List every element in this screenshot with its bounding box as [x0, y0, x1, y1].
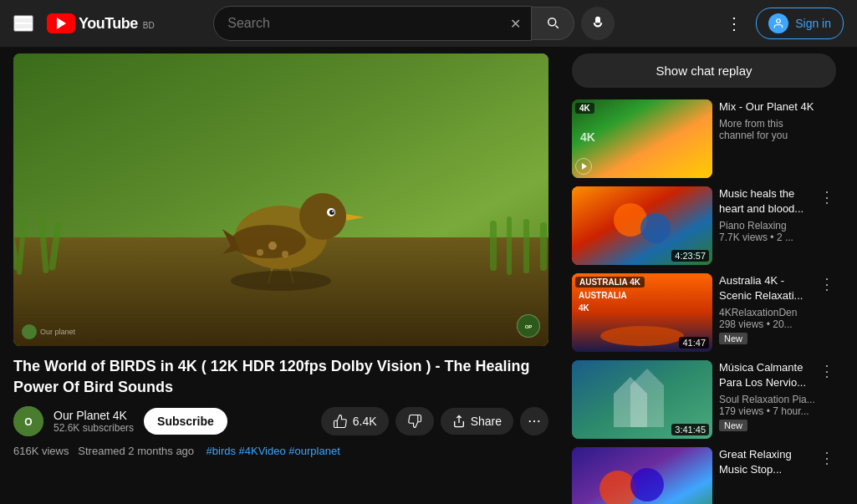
- svg-text:OP: OP: [525, 324, 533, 329]
- like-button[interactable]: 6.4K: [321, 407, 389, 435]
- video-card-item[interactable]: Great Relaxing Music Stop... ⋮: [572, 447, 836, 504]
- channel-details: Our Planet 4K 52.6K subscribers: [54, 409, 134, 434]
- card-more-button[interactable]: ⋮: [818, 447, 836, 469]
- card-thumb-img: [572, 447, 712, 504]
- card-stats: 7.7K views • 2 ...: [719, 232, 819, 243]
- view-count: 616K views: [13, 445, 69, 457]
- svg-point-39: [600, 326, 684, 346]
- channel-name[interactable]: Our Planet 4K: [54, 409, 134, 422]
- svg-text:AUSTRALIA: AUSTRALIA: [579, 291, 627, 300]
- yt-logo-icon: [47, 13, 75, 33]
- share-button[interactable]: Share: [441, 408, 513, 435]
- header-left: YouTube BD: [13, 13, 155, 33]
- card-title: Música Calmante Para Los Nervio...: [719, 360, 819, 390]
- video-player[interactable]: Our planet OP: [13, 53, 548, 346]
- svg-point-45: [630, 468, 664, 501]
- hamburger-menu[interactable]: [13, 15, 33, 32]
- card-thumb-img: 4K 4K: [572, 99, 712, 178]
- card-thumb-label: 4K: [575, 103, 594, 114]
- video-card-item[interactable]: 3:41:45 Música Calmante Para Los Nervio.…: [572, 360, 836, 439]
- channel-row: O Our Planet 4K 52.6K subscribers Subscr…: [13, 406, 548, 436]
- show-chat-replay-button[interactable]: Show chat replay: [572, 53, 836, 88]
- more-horiz-icon: [527, 414, 542, 429]
- card-duration: 4:23:57: [671, 250, 709, 262]
- video-thumbnail: Our planet OP: [13, 53, 548, 346]
- card-title: Mix - Our Planet 4K: [719, 99, 819, 115]
- video-section: Our planet OP The World of BIRDS in 4K (…: [0, 47, 562, 504]
- search-icon: [545, 15, 560, 30]
- svg-point-35: [640, 213, 671, 243]
- svg-text:4K: 4K: [580, 130, 595, 144]
- svg-point-16: [231, 225, 306, 258]
- svg-rect-7: [507, 216, 512, 275]
- more-actions-button[interactable]: [520, 407, 548, 435]
- card-channel: Piano Relaxing: [719, 220, 819, 232]
- action-buttons: 6.4K Share: [321, 407, 548, 435]
- channel-avatar[interactable]: O: [13, 406, 43, 436]
- yt-logo-bd: BD: [143, 21, 155, 30]
- share-icon: [452, 415, 466, 428]
- card-channel: More from this channel for you: [719, 118, 819, 141]
- card-thumbnail: 3:41:45: [572, 360, 712, 439]
- stream-date: Streamed 2 months ago: [78, 445, 194, 457]
- svg-point-30: [538, 420, 539, 422]
- card-channel: Soul Relaxation Pia...: [719, 394, 819, 405]
- card-title: Music heals the heart and blood...: [719, 186, 819, 216]
- mic-icon: [590, 16, 605, 31]
- card-more-button[interactable]: ⋮: [818, 360, 836, 382]
- more-options-button[interactable]: ⋮: [719, 10, 749, 37]
- video-card-item[interactable]: AUSTRALIA4K AUSTRALIA 4K 41:47 Australia…: [572, 273, 836, 352]
- mic-button[interactable]: [581, 7, 615, 40]
- play-indicator: [575, 158, 592, 175]
- svg-point-19: [257, 249, 263, 256]
- card-stats: 179 views • 7 hour...: [719, 405, 819, 417]
- search-input[interactable]: 4k: [214, 7, 500, 40]
- svg-point-28: [529, 420, 531, 422]
- thumbs-up-icon: [333, 414, 348, 429]
- video-card-item[interactable]: 4K 4K Mix - Our Planet 4K More from this…: [572, 99, 836, 178]
- card-badge: New: [719, 420, 747, 431]
- channel-avatar-watermark: [22, 324, 37, 339]
- channel-info: O Our Planet 4K 52.6K subscribers Subscr…: [13, 406, 227, 436]
- card-duration: 41:47: [679, 337, 709, 349]
- card-stats: 298 views • 20...: [719, 318, 819, 330]
- video-title: The World of BIRDS in 4K ( 12K HDR 120fp…: [13, 356, 548, 398]
- channel-subs: 52.6K subscribers: [54, 422, 134, 434]
- subscribe-button[interactable]: Subscribe: [144, 408, 227, 435]
- svg-rect-6: [490, 221, 497, 271]
- svg-point-15: [332, 211, 334, 212]
- watermark-text: Our planet: [40, 328, 75, 336]
- thumbs-down-icon: [407, 414, 422, 429]
- search-clear-button[interactable]: ✕: [500, 7, 531, 40]
- svg-point-23: [231, 271, 331, 291]
- sign-in-icon: [768, 13, 788, 33]
- search-submit-button[interactable]: [532, 7, 574, 40]
- card-thumbnail: 4:23:57: [572, 186, 712, 265]
- card-thumbnail: 4K 4K: [572, 99, 712, 178]
- video-cards-list: 4K 4K Mix - Our Planet 4K More from this…: [572, 99, 836, 504]
- svg-point-29: [533, 420, 535, 422]
- yt-logo-text: YouTube: [79, 15, 138, 33]
- card-title: Australia 4K - Scenic Relaxati...: [719, 273, 819, 303]
- card-more-button[interactable]: ⋮: [818, 273, 836, 295]
- search-bar: 4k ✕: [213, 6, 615, 41]
- bird-image: [13, 53, 548, 346]
- search-input-wrap: 4k ✕: [213, 6, 532, 41]
- svg-rect-8: [523, 219, 529, 273]
- svg-text:4K: 4K: [579, 303, 590, 313]
- sign-in-button[interactable]: Sign in: [756, 8, 844, 39]
- dislike-button[interactable]: [395, 407, 434, 435]
- share-label: Share: [471, 415, 502, 428]
- svg-point-11: [299, 193, 346, 240]
- video-card-item[interactable]: 4:23:57 Music heals the heart and blood.…: [572, 186, 836, 265]
- svg-text:O: O: [24, 416, 32, 428]
- channel-logo-icon: OP: [521, 318, 536, 333]
- svg-point-18: [282, 251, 288, 257]
- youtube-logo[interactable]: YouTube BD: [47, 13, 155, 33]
- card-more-button[interactable]: ⋮: [818, 186, 836, 208]
- hashtags[interactable]: #birds #4KVideo #ourplanet: [207, 445, 340, 457]
- svg-rect-9: [540, 222, 547, 271]
- sign-in-label: Sign in: [795, 17, 831, 30]
- card-info: Mix - Our Planet 4K More from this chann…: [719, 99, 836, 178]
- svg-point-17: [268, 242, 277, 250]
